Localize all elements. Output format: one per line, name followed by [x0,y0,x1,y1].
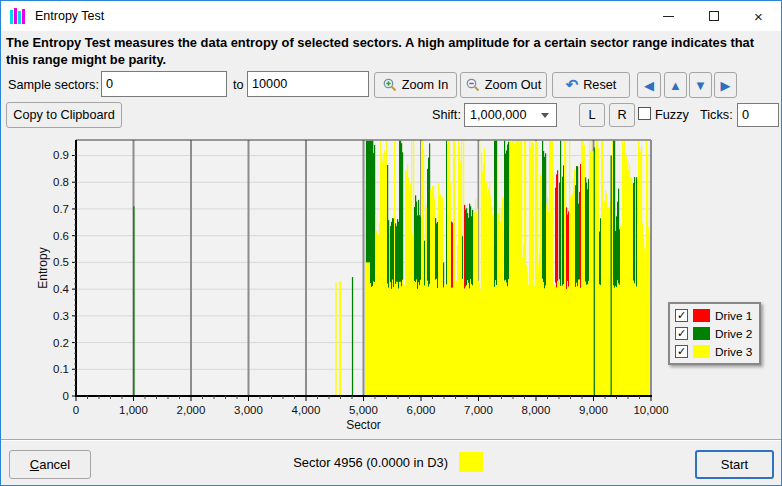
window-title: Entropy Test [35,9,104,23]
legend-item: ✓Drive 2 [675,325,752,342]
svg-text:9,000: 9,000 [579,404,608,416]
legend-checkbox[interactable]: ✓ [675,327,688,340]
legend-label: Drive 3 [715,345,752,359]
pan-down-button[interactable]: ▼ [689,72,712,98]
svg-text:0: 0 [73,404,79,416]
cancel-label: Cancel [30,457,70,472]
svg-text:0.6: 0.6 [53,230,69,242]
legend-checkbox[interactable]: ✓ [675,309,688,322]
fuzzy-checkbox[interactable] [638,107,651,120]
svg-text:0.4: 0.4 [53,283,70,295]
arrow-right-icon: ▶ [721,78,731,93]
sample-sectors-label: Sample sectors: [8,78,99,92]
chevron-down-icon [541,113,549,118]
hover-status-color-swatch [459,452,483,472]
shift-left-button[interactable]: L [579,103,605,127]
app-icon [10,8,28,24]
svg-text:Entropy: Entropy [36,247,50,288]
legend-item: ✓Drive 3 [675,343,752,360]
entropy-test-dialog: Entropy Test × The Entropy Test measures… [0,0,782,486]
shift-label: Shift: [432,108,461,122]
hover-status-text: Sector 4956 (0.0000 in D3) [293,455,448,470]
svg-text:0.1: 0.1 [53,363,69,375]
chart-legend: ✓Drive 1✓Drive 2✓Drive 3 [668,302,761,365]
svg-text:0.3: 0.3 [53,310,69,322]
start-label: Start [721,457,748,472]
cancel-button[interactable]: Cancel [9,450,91,479]
hover-status: Sector 4956 (0.0000 in D3) [251,452,483,472]
ticks-input[interactable] [737,103,779,127]
description-text: The Entropy Test measures the data entro… [6,34,770,68]
zoom-out-label: Zoom Out [485,78,541,92]
pan-right-button[interactable]: ▶ [714,72,737,98]
shift-dropdown[interactable]: 1,000,000 [464,103,557,127]
shift-right-button[interactable]: R [609,103,635,127]
maximize-button[interactable] [691,1,736,31]
shift-left-label: L [588,108,595,122]
shift-value: 1,000,000 [470,108,526,122]
reset-icon: ↶ [566,80,579,90]
minimize-button[interactable] [646,1,691,31]
pan-up-button[interactable]: ▲ [664,72,687,98]
to-label: to [233,78,244,92]
svg-text:6,000: 6,000 [407,404,436,416]
arrow-down-icon: ▼ [694,78,707,93]
zoom-in-button[interactable]: Zoom In [374,72,457,98]
ticks-label: Ticks: [700,108,733,122]
sample-to-input[interactable] [247,71,369,97]
svg-text:0.9: 0.9 [53,149,69,161]
minimize-icon [663,16,674,17]
svg-text:0: 0 [63,390,69,402]
pan-left-button[interactable]: ◀ [637,72,661,98]
close-button[interactable]: × [736,1,781,31]
svg-text:8,000: 8,000 [522,404,551,416]
reset-label: Reset [583,78,616,92]
legend-label: Drive 1 [715,309,752,323]
footer-separator [1,439,782,441]
zoom-in-icon [383,78,397,92]
arrow-up-icon: ▲ [669,78,682,93]
legend-label: Drive 2 [715,327,752,341]
legend-checkbox[interactable]: ✓ [675,345,688,358]
svg-text:1,000: 1,000 [119,404,148,416]
sample-from-input[interactable] [101,71,227,97]
copy-to-clipboard-button[interactable]: Copy to Clipboard [6,102,122,128]
svg-text:5,000: 5,000 [349,404,378,416]
zoom-out-icon [466,78,480,92]
copy-label: Copy to Clipboard [13,108,115,122]
zoom-out-button[interactable]: Zoom Out [460,72,547,98]
legend-color-swatch [693,345,710,358]
reset-button[interactable]: ↶ Reset [552,72,630,98]
shift-right-label: R [617,108,626,122]
fuzzy-label: Fuzzy [655,108,689,122]
legend-color-swatch [693,327,710,340]
svg-text:Sector: Sector [346,418,381,432]
entropy-chart[interactable]: 01,0002,0003,0004,0005,0006,0007,0008,00… [1,134,782,438]
legend-color-swatch [693,309,710,322]
title-bar[interactable]: Entropy Test × [1,1,781,31]
svg-text:7,000: 7,000 [464,404,493,416]
svg-text:4,000: 4,000 [292,404,321,416]
svg-text:2,000: 2,000 [177,404,206,416]
maximize-icon [709,11,719,21]
close-icon: × [754,8,763,25]
legend-item: ✓Drive 1 [675,307,752,324]
svg-text:10,000: 10,000 [633,404,668,416]
zoom-in-label: Zoom In [402,78,449,92]
svg-text:3,000: 3,000 [234,404,263,416]
svg-text:0.2: 0.2 [53,337,69,349]
svg-text:0.5: 0.5 [53,256,69,268]
arrow-left-icon: ◀ [644,78,654,93]
chart-canvas[interactable]: 01,0002,0003,0004,0005,0006,0007,0008,00… [1,134,782,438]
svg-text:0.8: 0.8 [53,176,69,188]
start-button[interactable]: Start [695,450,774,479]
svg-text:0.7: 0.7 [53,203,69,215]
